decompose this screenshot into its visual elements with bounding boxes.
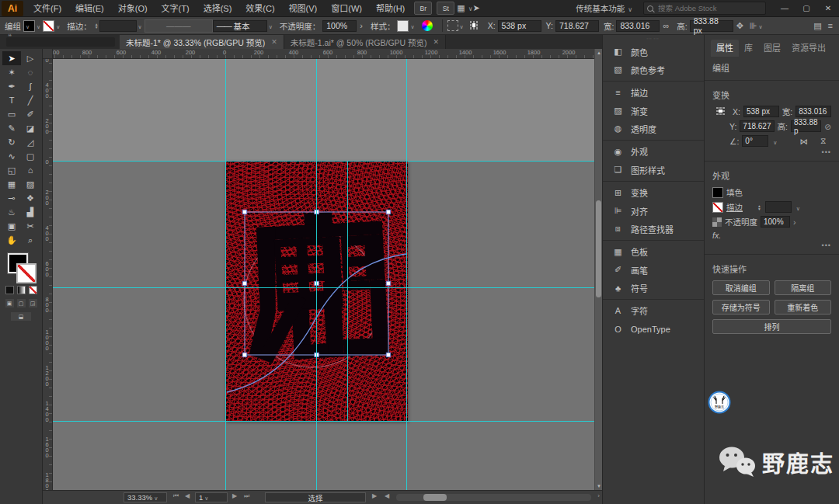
eyedropper-tool[interactable]: ⊸ [2,191,21,205]
mesh-tool[interactable]: ▦ [2,177,21,191]
stroke-label[interactable]: 描边 [726,201,743,213]
status-mode-field[interactable]: 选择 [265,492,366,502]
width-field[interactable]: 833.016 [616,20,660,32]
canvas-area[interactable]: 1000800600400200020040060080010001200140… [43,49,602,504]
opacity-more-icon[interactable]: › [360,21,363,30]
dock-item[interactable]: ⊞ 变换 [603,181,704,202]
menu-item[interactable]: 对象(O) [111,0,155,17]
guide[interactable] [347,161,348,421]
dock-item[interactable]: ◉ 外观 [603,140,704,161]
stroke-weight-stepper[interactable]: ▴▾ [96,23,98,29]
panel-tab[interactable]: 资源导出 [786,40,831,57]
guide[interactable] [53,161,594,162]
scroll-down-icon[interactable]: ▼ [595,482,602,490]
workspace-switcher[interactable]: 传统基本功能 [576,2,632,14]
stroke-dropdown-icon[interactable] [54,21,62,30]
transform-options-icon[interactable]: ✥ [736,21,743,31]
transform-height-field[interactable]: 833.88 p [791,120,821,132]
shape-builder-tool[interactable]: ◱ [2,163,21,177]
draw-normal-button[interactable]: ▣ [5,299,14,308]
angle-dropdown-icon[interactable] [771,137,779,146]
select-similar-dropdown-icon[interactable] [458,21,466,30]
draw-behind-button[interactable]: ▢ [17,299,26,308]
maximize-button[interactable]: ▢ [795,0,817,16]
style-swatch[interactable] [397,20,409,32]
fill-dropdown-icon[interactable] [35,21,43,30]
free-transform-tool[interactable]: ▢ [21,149,40,163]
opacity-more-icon[interactable]: › [793,217,796,227]
selection-tool[interactable]: ➤ [2,51,21,65]
dock-item[interactable]: ⊫ 对齐 [603,202,704,220]
stroke-weight-stepper[interactable]: ▴▾ [758,204,761,210]
pen-tool[interactable]: ✒ [2,79,21,93]
stroke-weight-dropdown-icon[interactable] [137,21,144,30]
dock-item[interactable]: ▧ 颜色参考 [603,61,704,78]
panel-tab[interactable]: 属性 [711,40,739,57]
menu-item[interactable]: 视图(V) [282,0,325,17]
search-input[interactable] [656,3,753,13]
dock-item[interactable]: ⧈ 路径查找器 [603,220,704,238]
dock-item[interactable]: A 字符 [603,299,704,320]
scroll-up-icon[interactable]: ▲ [595,49,602,57]
horizontal-scroll-thumb[interactable] [423,494,447,501]
dock-item[interactable]: ▦ 色板 [603,240,704,261]
paintbrush-tool[interactable]: ✐ [21,107,40,121]
menu-item[interactable]: 效果(C) [238,0,281,17]
opacity-field[interactable]: 100% [322,20,357,32]
share-icon[interactable]: ➤ [473,3,480,13]
guide[interactable] [225,59,226,490]
reference-point-icon[interactable] [716,107,726,116]
fx-button[interactable]: fx. [712,231,721,240]
dock-item[interactable]: ❏ 图形样式 [603,161,704,179]
artboard-nav-field[interactable]: 1 [195,492,228,502]
arrange-icon[interactable]: ▤ [813,21,821,31]
color-mode-button[interactable] [5,286,14,294]
menu-item[interactable]: 选择(S) [197,0,239,17]
style-dropdown-icon[interactable] [409,21,416,30]
dock-item[interactable]: ◧ 颜色 [603,43,704,61]
select-similar-icon[interactable] [447,20,458,31]
width-tool[interactable]: ∿ [2,149,21,163]
artboard-tool[interactable]: ▣ [2,219,21,233]
transform-y-field[interactable]: 718.627 [740,120,774,132]
guide[interactable] [316,59,317,490]
bridge-icon[interactable]: Br [414,2,432,15]
horizontal-ruler[interactable]: 1000800600400200020040060080010001200140… [53,49,602,59]
prev-artboard-icon[interactable]: ◀ [185,492,190,499]
height-field[interactable]: 833.88 px [690,20,733,32]
menu-item[interactable]: 文件(F) [26,0,68,17]
tab-close-icon[interactable]: ✕ [433,38,440,46]
stroke-weight-field[interactable] [765,201,792,213]
quick-action-重新着色[interactable]: 重新着色 [775,300,832,315]
panel-opacity-field[interactable]: 100% [761,216,790,228]
gradient-mode-button[interactable] [17,286,26,294]
symbol-sprayer-tool[interactable]: ♨ [2,205,21,219]
align-options-icon[interactable]: ⊪ [750,21,765,31]
menu-item[interactable]: 帮助(H) [369,0,412,17]
quick-action-隔离组[interactable]: 隔离组 [775,280,832,295]
fill-stroke-control[interactable] [8,253,34,281]
eraser-tool[interactable]: ◪ [21,121,40,135]
guide[interactable] [53,287,594,288]
panel-tab[interactable]: 库 [739,40,758,57]
dock-item[interactable]: ♣ 符号 [603,279,704,297]
stock-search[interactable] [643,2,766,15]
appearance-stroke-swatch[interactable] [712,202,723,213]
draw-inside-button[interactable]: ◲ [29,299,37,308]
stroke-weight-field[interactable] [99,20,137,32]
vertical-scroll-thumb[interactable] [596,200,601,297]
none-mode-button[interactable] [29,286,37,294]
lasso-tool[interactable]: ◌ [21,65,40,79]
control-menu-icon[interactable]: ≡ [828,21,833,30]
appearance-fill-swatch[interactable] [712,187,723,198]
ruler-corner[interactable] [43,49,53,59]
transform-more-options[interactable]: ••• [705,148,839,158]
document-tab[interactable]: 未标题-1* @ 33.33% (RGB/GPU 预览) ✕ [120,35,284,49]
flip-horizontal-icon[interactable]: ⋈ [799,137,808,146]
dock-item[interactable]: ✐ 画笔 [603,261,704,279]
stock-icon[interactable]: St [437,2,454,15]
vertical-scrollbar[interactable]: ▲ ▼ [594,49,602,490]
minimize-button[interactable]: — [774,0,795,16]
first-artboard-icon[interactable]: ⏮ [173,492,179,500]
panel-tab[interactable]: 图层 [758,40,786,57]
